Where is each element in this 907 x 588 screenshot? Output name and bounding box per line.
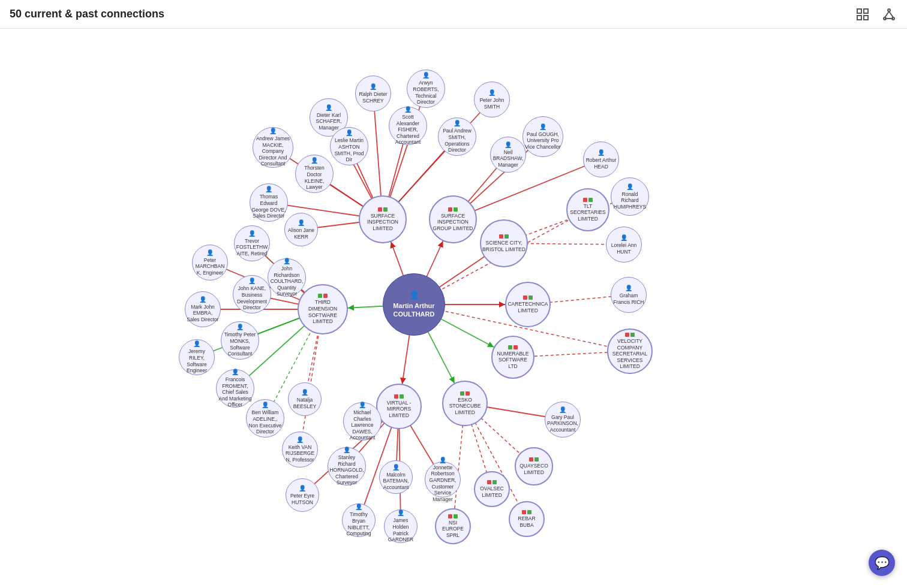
svg-line-8 [889,11,893,17]
node-paul_gough[interactable]: 👤Paul GOUGH, University Pro Vice Chancel… [522,116,563,157]
node-john_rich[interactable]: 👤John Richardson COULTHARD, Quantity Sur… [268,258,306,297]
node-rebar_buba[interactable]: REBAR BUBA [509,501,545,537]
node-andrew[interactable]: 👤Andrew James MACKIE, Company Director A… [253,127,293,168]
node-peter_march[interactable]: 👤Peter MARCHBANK, Engineer [192,245,228,281]
node-leslie[interactable]: 👤Leslie Martin ASHTON SMITH, Prod Dir [330,127,368,165]
node-ronald[interactable]: 👤Ronald Richard HUMPHREYS [611,177,649,216]
svg-marker-21 [499,301,505,307]
node-tlt_sec[interactable]: TLT SECRETARIES LIMITED [566,188,609,231]
node-james[interactable]: 👤James Holden Patrick GARDNER [384,509,418,543]
node-caretechnica[interactable]: CARETECHNICA LIMITED [505,282,551,327]
node-surface_insp[interactable]: SURFACE INSPECTION LIMITED [359,195,407,243]
node-robert[interactable]: 👤Robert Arthur HEAD [583,141,619,177]
node-paul_smith[interactable]: 👤Paul Andrew SMITH, Operations Director [438,117,476,156]
node-ben[interactable]: 👤Ben William ADELINE,, Non Executive Dir… [246,399,284,438]
svg-rect-1 [864,9,868,13]
svg-point-4 [888,9,890,11]
node-mark[interactable]: 👤Mark John EMBRA, Sales Director [185,291,221,327]
node-virtual_mirrors[interactable]: VIRTUAL -MIRRORS LIMITED [376,384,422,429]
grid-view-icon[interactable] [854,6,871,23]
node-surface_insp_grp[interactable]: SURFACE INSPECTION GROUP LIMITED [429,195,477,243]
node-graham[interactable]: 👤Graham Francis RICH [611,277,647,313]
svg-rect-0 [857,9,861,13]
svg-marker-17 [400,378,406,384]
network-canvas: 👤Martin Arthur COULTHARDSURFACE INSPECTI… [0,29,907,588]
node-nsi_europe[interactable]: NSI EUROPE SPRL [435,508,471,544]
node-ovalsec[interactable]: OVALSEC LIMITED [474,471,510,507]
node-velocity[interactable]: VELOCITY COMPANY SECRETARIAL SERVICES LI… [607,328,653,374]
node-keith[interactable]: 👤Keith VAN RIJSBERGEN, Professor [282,432,318,468]
node-gary[interactable]: 👤Gary Paul PARKINSON, Accountant [545,402,581,438]
node-thomas[interactable]: 👤Thomas Edward George DOVE, Sales Direct… [250,183,288,222]
node-peter_john[interactable]: 👤Peter John SMITH [474,82,510,117]
header: 50 current & past connections [0,0,907,29]
node-lorelei[interactable]: 👤Lorelei Ann HUNT [606,227,642,263]
node-arwyn[interactable]: 👤Arwyn ROBERTS, Technical Director [407,70,445,108]
node-timothy_peter[interactable]: 👤Timothy Peter MONKS, Software Consultan… [221,321,259,360]
node-martin-coulthard[interactable]: 👤Martin Arthur COULTHARD [383,273,445,336]
network-view-icon[interactable] [881,6,897,23]
node-peter_eyre[interactable]: 👤Peter Eyre HUTSON [286,478,319,512]
svg-rect-3 [864,16,868,20]
node-quayseco[interactable]: QUAYSECO LIMITED [515,447,553,486]
node-thorsten[interactable]: 👤Thorsten Doctor KLEINE, Lawyer [295,155,334,193]
node-esko[interactable]: ESKO STONECUBE LIMITED [442,381,488,426]
node-michael[interactable]: 👤Michael Charles Lawrence DAWES, Account… [343,402,382,441]
svg-line-7 [885,11,889,17]
node-numerable[interactable]: NUMERABLE SOFTWARE LTD [491,336,534,379]
node-science_city[interactable]: SCIENCE CITY, BRISTOL LIMITED [480,219,528,267]
node-malcolm[interactable]: 👤Malcolm BATEMAN, Accountant [379,460,413,494]
node-jeremy[interactable]: 👤Jeremy RILEY, Software Engineer [179,339,215,375]
connections-layer [0,29,907,588]
svg-marker-15 [348,304,354,310]
node-ralph[interactable]: 👤Ralph Dieter SCHREY [355,76,391,111]
svg-rect-2 [857,16,861,20]
node-jonnette[interactable]: 👤Jonnette Robertson GARDNER, Customer Se… [425,462,461,497]
header-actions [854,6,897,23]
node-scott[interactable]: 👤Scott Alexander FISHER, Chartered Accou… [389,107,427,145]
node-john_kane[interactable]: 👤John KANE, Business Development Directo… [233,275,271,313]
node-trevor[interactable]: 👤Trevor FOSTLETHWAITE, Retired [234,225,270,261]
node-stanley[interactable]: 👤Stanley Richard HORNAGOLD, Chartered Su… [328,447,366,486]
node-timothy_bryan[interactable]: 👤Timothy Bryan NIBLETT, Computing [342,503,376,537]
node-neil[interactable]: 👤Neil BRADSHAW, Manager [490,137,526,173]
page-title: 50 current & past connections [10,8,164,20]
node-natalja[interactable]: 👤Natalja BEESLEY [288,382,322,416]
node-alison[interactable]: 👤Alison Jane KERR [284,213,318,246]
chat-button[interactable]: 💬 [869,550,895,576]
